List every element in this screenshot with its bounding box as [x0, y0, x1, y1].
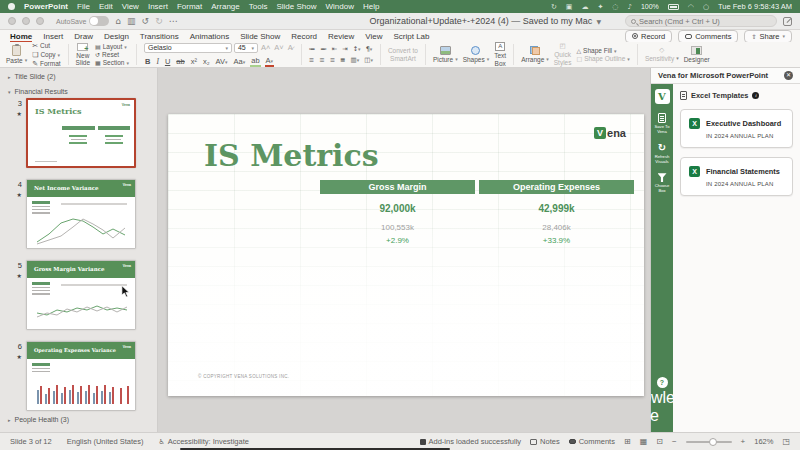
- bullets-icon[interactable]: ≔: [309, 45, 316, 53]
- strikethrough-button[interactable]: ab: [175, 57, 185, 66]
- reset-button[interactable]: ↺Reset: [95, 51, 129, 58]
- close-traffic-light[interactable]: [8, 17, 16, 25]
- font-name-select[interactable]: Gelasio▾: [144, 43, 232, 53]
- menu-app-name[interactable]: PowerPoint: [24, 2, 68, 11]
- slide-count-label[interactable]: Slide 3 of 12: [10, 437, 52, 446]
- grow-font-button[interactable]: A˄: [260, 43, 271, 52]
- slide-thumbnail-6[interactable]: 6 ★ Operating Expenses Variance Vena: [0, 341, 157, 411]
- numbering-icon[interactable]: ≕: [320, 45, 327, 53]
- convert-smartart-button[interactable]: Convert toSmartArt: [388, 47, 418, 62]
- chevron-down-icon[interactable]: ▼: [596, 18, 601, 25]
- redo-icon[interactable]: ↻: [155, 16, 163, 26]
- zoom-traffic-light[interactable]: [36, 17, 44, 25]
- minimize-traffic-light[interactable]: [22, 17, 30, 25]
- search-box[interactable]: [625, 15, 777, 27]
- slide-title-text[interactable]: IS Metrics: [204, 138, 379, 173]
- tab-insert[interactable]: Insert: [43, 32, 63, 41]
- apple-menu-icon[interactable]: [8, 3, 15, 10]
- search-input[interactable]: [639, 17, 771, 26]
- menu-insert[interactable]: Insert: [148, 2, 168, 11]
- thumbnail-canvas[interactable]: Gross Margin Variance Vena: [26, 260, 136, 330]
- columns-icon[interactable]: ▥▾: [351, 56, 360, 64]
- home-icon[interactable]: ⌂: [115, 16, 121, 26]
- tab-transitions[interactable]: Transitions: [140, 32, 179, 41]
- indent-increase-icon[interactable]: ⇥: [342, 45, 347, 53]
- normal-view-icon[interactable]: ⊞: [624, 437, 631, 446]
- highlight-color-button[interactable]: ab: [250, 56, 260, 67]
- kpi-operating-expenses[interactable]: Operating Expenses 42,999k 28,406k +33.9…: [479, 180, 634, 245]
- copy-button[interactable]: ❏Copy▾: [32, 51, 60, 59]
- autosave-toggle[interactable]: [89, 16, 109, 26]
- thumbnail-canvas[interactable]: Net Income Variance Vena: [26, 179, 136, 249]
- spotlight-search-icon[interactable]: ○: [703, 3, 709, 11]
- zoom-percent-label[interactable]: 162%: [754, 437, 773, 446]
- font-size-select[interactable]: 45▾: [234, 43, 258, 53]
- notes-button[interactable]: Notes: [530, 437, 560, 446]
- language-label[interactable]: English (United States): [67, 437, 144, 446]
- music-icon[interactable]: ♪: [627, 3, 631, 11]
- wifi-icon[interactable]: ◠: [688, 3, 694, 11]
- superscript-button[interactable]: x²: [190, 57, 198, 66]
- align-left-icon[interactable]: ≡: [309, 56, 314, 64]
- layout-button[interactable]: ▤Layout▾: [95, 43, 129, 50]
- save-icon[interactable]: ▥: [127, 16, 136, 26]
- tab-home[interactable]: Home: [10, 32, 32, 41]
- tab-animations[interactable]: Animations: [190, 32, 230, 41]
- shape-fill-button[interactable]: △Shape Fill▾: [576, 47, 629, 54]
- menu-edit[interactable]: Edit: [99, 2, 113, 11]
- choose-box-button[interactable]: Choose Box: [651, 173, 673, 193]
- fit-to-window-icon[interactable]: ◳: [782, 437, 790, 446]
- settings-icon[interactable]: ✦: [597, 3, 603, 11]
- slideshow-view-icon[interactable]: ⊡: [656, 437, 663, 446]
- headphones-icon[interactable]: ◌: [612, 3, 618, 11]
- bold-button[interactable]: B: [144, 57, 151, 66]
- display-icon[interactable]: ↻: [551, 3, 557, 11]
- share-edit-icon[interactable]: [783, 17, 792, 26]
- italic-button[interactable]: I: [155, 57, 160, 66]
- slide-thumbnail-3[interactable]: 3 ★ IS Metrics Vena: [0, 98, 157, 168]
- zoom-slider-knob[interactable]: [709, 438, 717, 446]
- clear-format-button[interactable]: A̷: [287, 43, 294, 52]
- zoom-out-button[interactable]: −: [672, 437, 677, 446]
- cut-button[interactable]: ✂Cut: [32, 42, 60, 50]
- shrink-font-button[interactable]: A˅: [273, 43, 284, 52]
- slide-thumbnail-5[interactable]: 5 ★ Gross Margin Variance Vena: [0, 260, 157, 330]
- refresh-visuals-button[interactable]: ↻ Refresh Visuals: [651, 143, 673, 164]
- comments-toggle-button[interactable]: Comments: [569, 437, 615, 446]
- shapes-button[interactable]: Shapes▾: [463, 46, 490, 63]
- tab-review[interactable]: Review: [328, 32, 354, 41]
- tab-view[interactable]: View: [365, 32, 382, 41]
- menu-view[interactable]: View: [122, 2, 139, 11]
- shape-outline-button[interactable]: □Shape Outline▾: [576, 55, 629, 62]
- tab-design[interactable]: Design: [104, 32, 129, 41]
- text-box-button[interactable]: A TextBox: [494, 42, 506, 67]
- template-card-executive-dashboard[interactable]: X Executive Dashboard IN 2024 ANNUAL PLA…: [680, 109, 793, 148]
- format-painter-button[interactable]: ✎Format: [32, 60, 60, 68]
- document-title[interactable]: Organizational+Update+-+2024 (4) — Saved…: [370, 16, 593, 26]
- menu-arrange[interactable]: Arrange: [211, 2, 239, 11]
- thumbnail-canvas[interactable]: IS Metrics Vena: [26, 98, 136, 168]
- thumbnail-canvas[interactable]: Operating Expenses Variance Vena: [26, 341, 136, 411]
- menu-format[interactable]: Format: [177, 2, 202, 11]
- menu-window[interactable]: Window: [325, 2, 353, 11]
- tab-draw[interactable]: Draw: [74, 32, 93, 41]
- comments-button[interactable]: Comments: [678, 30, 738, 43]
- undo-icon[interactable]: ↺: [142, 16, 150, 26]
- section-people-health[interactable]: ▸ People Health (3): [0, 411, 69, 426]
- menu-file[interactable]: File: [77, 2, 90, 11]
- subscript-button[interactable]: x₂: [202, 57, 211, 66]
- underline-button[interactable]: U: [164, 57, 171, 66]
- slide-sorter-view-icon[interactable]: ▦: [640, 437, 648, 446]
- new-slide-button[interactable]: NewSlide: [76, 43, 90, 67]
- picture-button[interactable]: Picture▾: [433, 46, 458, 63]
- share-button[interactable]: ⇧ Share ▾: [744, 30, 792, 43]
- align-right-icon[interactable]: ≡: [330, 56, 335, 64]
- line-spacing-icon[interactable]: ↕▾: [353, 45, 361, 53]
- tab-script-lab[interactable]: Script Lab: [394, 32, 430, 41]
- sensitivity-button[interactable]: ◇ Sensitivity▾: [645, 47, 679, 62]
- align-text-icon[interactable]: ◫▾: [364, 56, 373, 64]
- slide-canvas[interactable]: IS Metrics V ena Gross Margin 92,000k 10…: [168, 114, 644, 396]
- record-button[interactable]: Record: [625, 30, 672, 43]
- menu-tools[interactable]: Tools: [249, 2, 268, 11]
- font-color-button[interactable]: A▾: [265, 56, 275, 67]
